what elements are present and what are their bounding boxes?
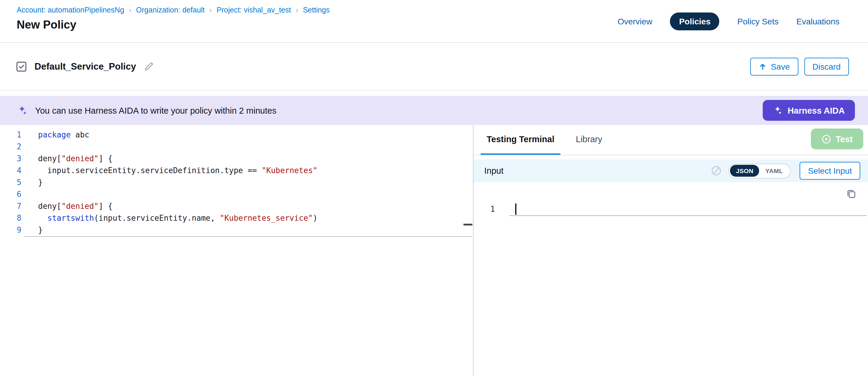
policy-name: Default_Service_Policy <box>34 61 136 72</box>
breadcrumb-separator: › <box>129 6 131 14</box>
input-label: Input <box>484 166 504 176</box>
testing-panel: Testing TerminalLibrary Test Input JSONY… <box>473 125 868 376</box>
terminal-tabs: Testing TerminalLibrary <box>481 125 618 155</box>
line-number: 4 <box>0 165 22 177</box>
line-number: 5 <box>0 177 22 189</box>
discard-button-label: Discard <box>812 62 841 71</box>
select-input-label: Select Input <box>808 166 852 176</box>
aida-button-label: Harness AIDA <box>788 105 845 115</box>
nav-tabs: OverviewPoliciesPolicy SetsEvaluations <box>618 0 839 42</box>
line-number: 6 <box>0 189 22 200</box>
code-text: } <box>38 224 43 236</box>
line-number: 7 <box>0 200 22 212</box>
code-text: } <box>38 177 43 189</box>
save-upload-icon <box>758 62 767 70</box>
breadcrumb-link-organization[interactable]: Organization: default <box>136 6 205 14</box>
code-line-4[interactable]: 4 input.serviceEntity.serviceDefinition.… <box>0 165 473 177</box>
nav-tab-policy-sets[interactable]: Policy Sets <box>737 17 779 26</box>
breadcrumb-separator: › <box>296 6 298 14</box>
code-line-5[interactable]: 5} <box>0 177 473 189</box>
header-left: Account: automationPipelinesNg›Organizat… <box>17 0 330 42</box>
policy-editor[interactable]: 1package abc23deny["denied"] {4 input.se… <box>0 125 473 376</box>
edit-pencil-icon[interactable] <box>144 61 154 71</box>
line-number: 3 <box>0 153 22 165</box>
input-line-number: 1 <box>473 203 495 216</box>
aida-button-icon <box>773 105 782 115</box>
main-content: 1package abc23deny["denied"] {4 input.se… <box>0 125 868 376</box>
code-text: deny["denied"] { <box>38 153 113 165</box>
clear-input-icon[interactable] <box>711 165 722 176</box>
line-number: 1 <box>0 129 22 141</box>
aida-sparkle-icon <box>17 105 27 116</box>
breadcrumb-separator: › <box>209 6 212 14</box>
discard-button[interactable]: Discard <box>804 57 849 75</box>
page-header: Account: automationPipelinesNg›Organizat… <box>0 0 868 43</box>
format-option-json[interactable]: JSON <box>730 165 760 177</box>
terminal-tab-testing-terminal[interactable]: Testing Terminal <box>481 125 560 155</box>
copy-icon[interactable] <box>846 189 856 199</box>
terminal-tabs-row: Testing TerminalLibrary Test <box>473 125 868 155</box>
input-section-header: Input JSONYAML Select Input <box>473 159 868 182</box>
aida-banner: You can use Harness AIDA to write your p… <box>0 96 868 125</box>
policy-check-icon <box>16 60 27 72</box>
policy-toolbar: Default_Service_Policy Save Discard <box>0 43 868 90</box>
code-line-1[interactable]: 1package abc <box>0 129 473 141</box>
code-line-9[interactable]: 9} <box>0 224 473 236</box>
format-option-yaml[interactable]: YAML <box>760 165 789 177</box>
text-cursor <box>515 203 516 215</box>
breadcrumb-link-account[interactable]: Account: automationPipelinesNg <box>17 6 124 14</box>
code-line-8[interactable]: 8 startswith(input.serviceEntity.name, "… <box>0 212 473 224</box>
code-text: deny["denied"] { <box>38 200 113 212</box>
code-text: startswith(input.serviceEntity.name, "Ku… <box>38 212 317 224</box>
input-line-content[interactable] <box>509 203 867 216</box>
breadcrumb: Account: automationPipelinesNg›Organizat… <box>17 0 330 14</box>
format-toggle: JSONYAML <box>728 163 790 178</box>
page-title: New Policy <box>17 19 330 32</box>
code-line-7[interactable]: 7deny["denied"] { <box>0 200 473 212</box>
nav-tab-policies[interactable]: Policies <box>670 12 719 30</box>
code-text: package abc <box>38 129 89 141</box>
terminal-tab-library[interactable]: Library <box>570 125 608 155</box>
input-editor[interactable]: 1 <box>473 182 868 376</box>
select-input-button[interactable]: Select Input <box>800 162 860 180</box>
code-line-2[interactable]: 2 <box>0 141 473 153</box>
overview-ruler-cursor-marker <box>463 224 472 225</box>
test-button-label: Test <box>836 134 853 144</box>
code-text: input.serviceEntity.serviceDefinition.ty… <box>38 165 317 177</box>
line-number: 2 <box>0 141 22 153</box>
breadcrumb-link-project[interactable]: Project: vishal_av_test <box>217 6 291 14</box>
test-button[interactable]: Test <box>811 128 863 149</box>
app-root: Account: automationPipelinesNg›Organizat… <box>0 0 868 376</box>
nav-tab-evaluations[interactable]: Evaluations <box>796 17 839 26</box>
nav-tab-overview[interactable]: Overview <box>618 17 652 26</box>
line-number: 9 <box>0 224 22 236</box>
code-line-6[interactable]: 6 <box>0 189 473 200</box>
line-number: 8 <box>0 212 22 224</box>
harness-aida-button[interactable]: Harness AIDA <box>763 100 855 121</box>
save-button[interactable]: Save <box>750 57 798 75</box>
policy-code-lines: 1package abc23deny["denied"] {4 input.se… <box>0 129 473 236</box>
breadcrumb-link-settings[interactable]: Settings <box>303 6 330 14</box>
code-line-3[interactable]: 3deny["denied"] { <box>0 153 473 165</box>
input-editor-line[interactable]: 1 <box>473 203 868 216</box>
play-circle-icon <box>821 134 831 144</box>
aida-message: You can use Harness AIDA to write your p… <box>35 105 276 115</box>
save-button-label: Save <box>771 62 790 71</box>
